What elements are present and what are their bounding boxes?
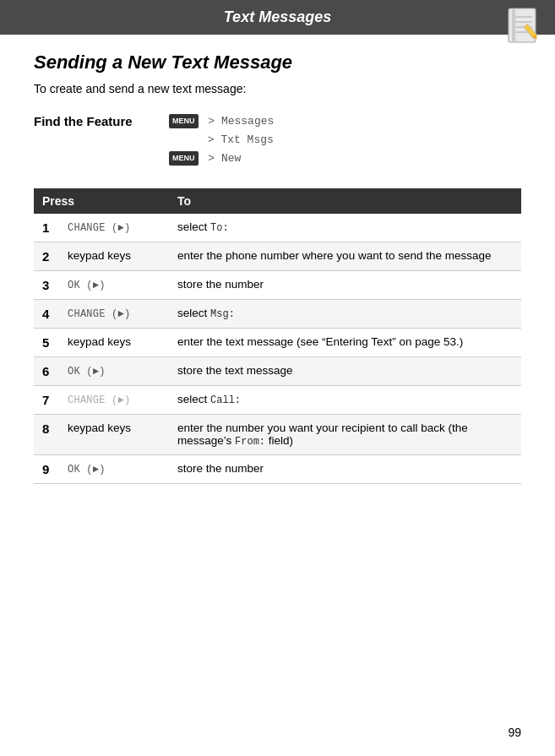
col-press: Press (34, 188, 169, 214)
step-press: OK (►) (59, 271, 169, 300)
table-row: 7CHANGE (►)select Call: (34, 386, 521, 415)
page-number: 99 (508, 726, 521, 739)
step-number: 8 (34, 415, 59, 455)
step-number: 2 (34, 242, 59, 271)
step-press: OK (►) (59, 455, 169, 484)
header-title: Text Messages (224, 8, 331, 25)
step-press: keypad keys (59, 329, 169, 357)
step-to: enter the number you want your recipient… (169, 415, 521, 455)
menu-badge-1: MENU (169, 114, 199, 128)
step-number: 4 (34, 300, 59, 329)
table-row: 8keypad keysenter the number you want yo… (34, 415, 521, 455)
step-to: store the number (169, 271, 521, 300)
nav-line-2: > Txt Msgs (169, 131, 274, 150)
corner-icon (504, 5, 547, 47)
step-number: 7 (34, 386, 59, 415)
step-to: select Msg: (169, 300, 521, 329)
svg-rect-1 (512, 8, 515, 42)
table-row: 4CHANGE (►)select Msg: (34, 300, 521, 329)
page-content: Sending a New Text Message To create and… (0, 35, 555, 501)
step-number: 9 (34, 455, 59, 484)
feature-block: Find the Feature MENU > Messages > Txt M… (34, 112, 521, 168)
table-row: 9OK (►)store the number (34, 455, 521, 484)
feature-nav: MENU > Messages > Txt Msgs MENU > New (169, 112, 274, 168)
step-press: keypad keys (59, 415, 169, 455)
step-number: 1 (34, 214, 59, 242)
nav-line-1: MENU > Messages (169, 112, 274, 131)
nav-text-1: > Messages (208, 115, 274, 128)
nav-text-2: > Txt Msgs (208, 133, 274, 146)
table-row: 1CHANGE (►)select To: (34, 214, 521, 242)
menu-badge-3: MENU (169, 151, 199, 166)
table-row: 2keypad keysenter the phone number where… (34, 242, 521, 271)
intro-text: To create and send a new text message: (34, 82, 521, 95)
step-to: store the number (169, 455, 521, 484)
steps-table: Press To 1CHANGE (►)select To:2keypad ke… (34, 188, 521, 484)
step-press: keypad keys (59, 242, 169, 271)
table-row: 3OK (►)store the number (34, 271, 521, 300)
step-number: 6 (34, 357, 59, 386)
step-to: enter the text message (see “Entering Te… (169, 329, 521, 357)
page-header: Text Messages (0, 0, 555, 35)
step-press: CHANGE (►) (59, 300, 169, 329)
nav-text-3: > New (208, 152, 241, 165)
step-press: OK (►) (59, 357, 169, 386)
table-header-row: Press To (34, 188, 521, 214)
table-row: 6OK (►)store the text message (34, 357, 521, 386)
step-press: CHANGE (►) (59, 214, 169, 242)
nav-line-3: MENU > New (169, 150, 274, 168)
section-title: Sending a New Text Message (34, 52, 521, 73)
col-to: To (169, 188, 521, 214)
step-to: store the text message (169, 357, 521, 386)
step-number: 3 (34, 271, 59, 300)
step-to: select Call: (169, 386, 521, 415)
step-number: 5 (34, 329, 59, 357)
step-to: enter the phone number where you want to… (169, 242, 521, 271)
step-to: select To: (169, 214, 521, 242)
step-press: CHANGE (►) (59, 386, 169, 415)
feature-label: Find the Feature (34, 112, 169, 128)
table-row: 5keypad keysenter the text message (see … (34, 329, 521, 357)
